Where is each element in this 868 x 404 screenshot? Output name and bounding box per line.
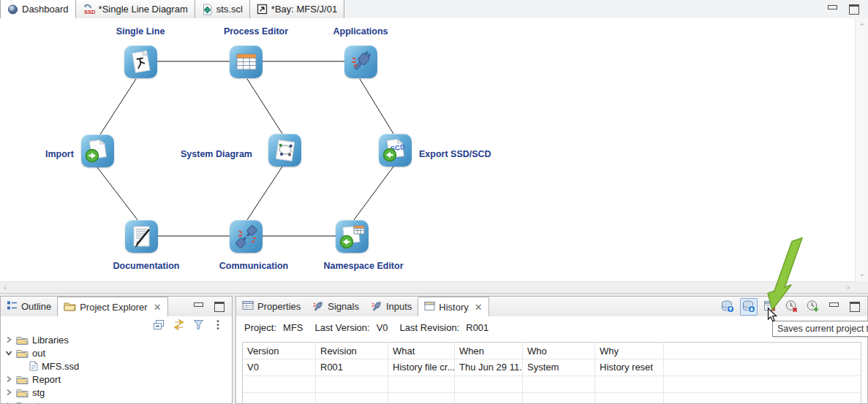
svg-text:SSD: SSD bbox=[84, 9, 95, 15]
table-cell: History file cr... bbox=[388, 359, 455, 376]
communication-button[interactable] bbox=[230, 220, 263, 253]
column-header-why[interactable]: Why bbox=[595, 343, 664, 359]
maximize-button[interactable] bbox=[848, 3, 861, 16]
namespace-editor-button[interactable] bbox=[336, 220, 369, 253]
process-editor-icon bbox=[233, 48, 260, 76]
minimize-icon bbox=[194, 302, 203, 307]
process-editor-button[interactable] bbox=[230, 45, 263, 78]
maximize-button[interactable] bbox=[848, 300, 861, 313]
remove-history-icon[interactable] bbox=[782, 298, 800, 316]
scroll-up-icon[interactable]: ⌃ bbox=[858, 23, 865, 31]
add-history-icon[interactable] bbox=[804, 298, 821, 316]
tree-item-report[interactable]: Report bbox=[1, 373, 232, 386]
export-ssd-scd-icon: SCD bbox=[381, 136, 410, 165]
chevron-right-icon[interactable] bbox=[4, 375, 14, 384]
project-explorer-icon bbox=[64, 301, 76, 313]
properties-icon bbox=[242, 300, 254, 313]
folder-icon bbox=[16, 335, 29, 345]
table-row[interactable]: V0R001History file cr...Thu Jun 29 11...… bbox=[243, 359, 861, 376]
node-label-communication: Communication bbox=[219, 261, 288, 271]
column-header-what[interactable]: What bbox=[388, 343, 455, 359]
namespace-editor-icon bbox=[338, 222, 367, 251]
chevron-right-icon[interactable] bbox=[4, 388, 14, 397]
column-header-who[interactable]: Who bbox=[523, 343, 595, 359]
node-label-import: Import bbox=[45, 149, 74, 159]
chevron-down-icon[interactable] bbox=[4, 348, 14, 357]
tree-item-label: sts bbox=[31, 400, 45, 404]
close-icon[interactable]: ✕ bbox=[475, 302, 483, 313]
ssd-icon: SSD bbox=[83, 4, 95, 15]
tab-dashboard[interactable]: Dashboard bbox=[0, 0, 76, 18]
signals-icon bbox=[312, 300, 324, 313]
minimize-button[interactable] bbox=[827, 300, 840, 313]
tab-inputs[interactable]: Inputs bbox=[365, 297, 418, 316]
tab-label: Properties bbox=[257, 301, 301, 312]
link-with-editor-icon[interactable] bbox=[172, 318, 185, 331]
tab-project-explorer[interactable]: Project Explorer ✕ bbox=[57, 297, 167, 317]
scroll-left-icon[interactable]: ‹ bbox=[4, 283, 7, 291]
report-icon[interactable] bbox=[761, 298, 779, 316]
column-header-when[interactable]: When bbox=[455, 343, 523, 359]
column-header-revision[interactable]: Revision bbox=[316, 343, 388, 359]
tab-single-line-diagram[interactable]: SSD *Single Line Diagram bbox=[76, 0, 195, 18]
table-cell bbox=[316, 376, 388, 392]
save-project-icon[interactable] bbox=[740, 298, 758, 316]
tab-properties[interactable]: Properties bbox=[236, 297, 306, 316]
chevron-right-icon[interactable] bbox=[4, 401, 14, 403]
project-label: Project: bbox=[244, 322, 276, 333]
maximize-button[interactable] bbox=[213, 300, 226, 313]
tree-item-mfs-ssd[interactable]: MFS.ssd bbox=[1, 359, 232, 373]
tree-item-stg[interactable]: stg bbox=[1, 386, 232, 399]
editor-horizontal-scrollbar[interactable]: ‹ › bbox=[0, 281, 856, 294]
tree-item-out[interactable]: out bbox=[1, 346, 232, 359]
minimize-button[interactable] bbox=[192, 300, 205, 313]
maximize-icon bbox=[850, 302, 860, 312]
scroll-right-icon[interactable]: › bbox=[847, 283, 850, 291]
table-cell bbox=[664, 376, 861, 392]
table-cell: System bbox=[523, 359, 595, 376]
tree-item-sts[interactable]: sts bbox=[1, 399, 232, 403]
editor-vertical-scrollbar[interactable]: ⌃ ⌄ bbox=[855, 18, 868, 281]
export-ssd-scd-button[interactable]: SCD bbox=[379, 134, 412, 167]
table-cell bbox=[595, 376, 664, 392]
collapse-all-icon[interactable] bbox=[152, 318, 165, 331]
import-button[interactable] bbox=[81, 134, 114, 167]
communication-icon bbox=[233, 223, 260, 251]
tree-item-label: Libraries bbox=[31, 335, 69, 346]
history-toolbar bbox=[719, 297, 824, 316]
node-label-process-editor: Process Editor bbox=[224, 26, 288, 37]
applications-button[interactable] bbox=[344, 45, 377, 78]
single-line-button[interactable] bbox=[124, 45, 157, 78]
tree-item-libraries[interactable]: Libraries bbox=[1, 333, 232, 346]
dashboard-canvas: Single Line Process Editor Applications … bbox=[0, 18, 856, 281]
tab-history[interactable]: History ✕ bbox=[418, 297, 488, 317]
outline-icon bbox=[7, 300, 18, 313]
minimize-icon bbox=[829, 302, 839, 307]
inputs-icon bbox=[371, 300, 382, 313]
tab-signals[interactable]: Signals bbox=[306, 297, 365, 316]
documentation-button[interactable] bbox=[125, 220, 158, 253]
view-menu-icon[interactable] bbox=[211, 318, 224, 331]
save-version-icon[interactable] bbox=[719, 298, 736, 316]
table-cell: V0 bbox=[243, 359, 316, 376]
table-cell: Thu Jun 29 11... bbox=[455, 359, 523, 376]
chevron-right-icon[interactable] bbox=[4, 335, 14, 344]
tab-bay-mfs-j-01[interactable]: *Bay: MFS/J/01 bbox=[250, 0, 344, 18]
node-label-single-line: Single Line bbox=[116, 26, 165, 37]
tab-label: sts.scl bbox=[216, 4, 243, 15]
scroll-down-icon[interactable]: ⌄ bbox=[858, 270, 865, 278]
minimize-button[interactable] bbox=[826, 3, 839, 16]
node-label-documentation: Documentation bbox=[113, 261, 180, 271]
tree-item-label: stg bbox=[31, 387, 45, 398]
tab-label: Signals bbox=[328, 301, 359, 312]
column-header-version[interactable]: Version bbox=[243, 343, 316, 359]
history-table-body: V0R001History file cr...Thu Jun 29 11...… bbox=[243, 359, 861, 403]
table-cell bbox=[243, 376, 316, 392]
scrollbar-corner bbox=[856, 281, 868, 293]
system-diagram-button[interactable] bbox=[268, 134, 301, 167]
close-icon[interactable]: ✕ bbox=[154, 302, 162, 313]
filter-icon[interactable] bbox=[192, 318, 205, 331]
tab-outline[interactable]: Outline bbox=[1, 297, 57, 316]
tab-sts-scl[interactable]: sts.scl bbox=[195, 0, 250, 18]
maximize-icon bbox=[849, 4, 859, 15]
